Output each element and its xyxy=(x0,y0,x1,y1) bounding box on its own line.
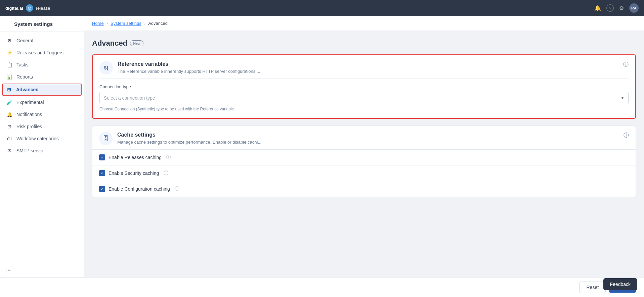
reference-variables-card: ${ Reference variables The Reference var… xyxy=(92,54,636,119)
reference-variables-icon: ${ xyxy=(99,61,113,75)
sidebar-label-advanced: Advanced xyxy=(16,87,39,92)
sidebar-label-workflow: Workflow categories xyxy=(16,136,59,141)
sidebar-header: ← System settings xyxy=(0,16,84,32)
feedback-button[interactable]: Feedback xyxy=(603,278,637,290)
sidebar-item-tasks[interactable]: 📋 Tasks xyxy=(0,59,84,71)
sidebar-label-tasks: Tasks xyxy=(16,62,29,67)
page-content: Advanced New ${ Reference variables The … xyxy=(84,31,644,212)
experimental-icon: 🧪 xyxy=(6,100,12,105)
sidebar-title: System settings xyxy=(14,21,53,27)
gear-icon[interactable]: ⚙ xyxy=(619,5,624,11)
connection-type-select[interactable]: Select a connection type xyxy=(99,92,629,104)
connection-type-hint: Choose Connection (Synthetic) type to be… xyxy=(99,107,629,111)
bell-icon[interactable]: 🔔 xyxy=(594,5,601,11)
configuration-caching-checkbox[interactable]: ✓ xyxy=(99,186,105,192)
sidebar-label-notifications: Notifications xyxy=(16,112,42,117)
advanced-icon: ⊞ xyxy=(6,87,12,92)
sidebar-item-releases-triggers[interactable]: ⚡ Releases and Triggers xyxy=(0,47,84,59)
sidebar: ← System settings ⚙ General ⚡ Releases a… xyxy=(0,16,84,277)
reference-variables-title: Reference variables xyxy=(118,61,618,67)
security-caching-checkbox[interactable]: ✓ xyxy=(99,170,105,176)
logo-release: release xyxy=(36,6,50,11)
releases-caching-checkbox[interactable]: ✓ xyxy=(99,154,105,160)
sidebar-item-smtp[interactable]: ✉ SMTP server xyxy=(0,145,84,157)
page-title-row: Advanced New xyxy=(92,39,636,48)
breadcrumb-home[interactable]: Home xyxy=(92,21,104,26)
reports-icon: 📊 xyxy=(6,74,12,80)
reference-variables-header: ${ Reference variables The Reference var… xyxy=(93,55,635,79)
releases-icon: ⚡ xyxy=(6,50,12,55)
sidebar-label-reports: Reports xyxy=(16,74,33,80)
sidebar-footer: |← xyxy=(0,263,84,277)
main-layout: ← System settings ⚙ General ⚡ Releases a… xyxy=(0,16,644,277)
reference-variables-body: Connection type Select a connection type… xyxy=(93,84,635,118)
reference-variables-subtitle: The Reference variable inherently suppor… xyxy=(118,68,618,75)
configuration-caching-label: Enable Configuration caching xyxy=(109,186,170,192)
breadcrumb-current: Advanced xyxy=(148,21,168,26)
sidebar-item-advanced[interactable]: ⊞ Advanced xyxy=(2,84,82,96)
sidebar-item-workflow-categories[interactable]: ⛙ Workflow categories xyxy=(0,133,84,145)
release-icon: ◎ xyxy=(26,4,33,12)
top-nav-icons: 🔔 ? ⚙ RA xyxy=(594,3,639,13)
security-caching-label: Enable Security caching xyxy=(109,170,159,176)
cache-settings-card: 🗄 Cache settings Manage cache settings t… xyxy=(92,126,636,197)
tasks-icon: 📋 xyxy=(6,62,12,67)
configuration-caching-item: ✓ Enable Configuration caching ⓘ xyxy=(92,181,636,197)
releases-caching-label: Enable Releases caching xyxy=(109,155,162,160)
sidebar-item-experimental[interactable]: 🧪 Experimental xyxy=(0,96,84,108)
sidebar-label-risk: Risk profiles xyxy=(16,124,42,129)
sidebar-nav: ⚙ General ⚡ Releases and Triggers 📋 Task… xyxy=(0,32,84,263)
reset-button[interactable]: Reset xyxy=(579,282,606,293)
breadcrumb-sep-1: › xyxy=(106,21,108,26)
sidebar-label-general: General xyxy=(16,38,33,43)
security-caching-item: ✓ Enable Security caching ⓘ xyxy=(92,165,636,181)
sidebar-collapse-button[interactable]: |← xyxy=(5,267,12,273)
logo-area: digital.ai ◎ release xyxy=(5,4,50,12)
avatar[interactable]: RA xyxy=(629,3,639,13)
sidebar-label-experimental: Experimental xyxy=(16,100,44,105)
breadcrumb-system-settings[interactable]: System settings xyxy=(111,21,141,26)
security-caching-info-icon[interactable]: ⓘ xyxy=(164,170,168,176)
breadcrumb-sep-2: › xyxy=(144,21,145,26)
cache-settings-header: 🗄 Cache settings Manage cache settings t… xyxy=(92,126,636,149)
sidebar-label-smtp: SMTP server xyxy=(16,148,44,153)
releases-caching-info-icon[interactable]: ⓘ xyxy=(166,154,171,160)
cache-settings-subtitle: Manage cache settings to optimize perfor… xyxy=(117,139,619,145)
configuration-caching-info-icon[interactable]: ⓘ xyxy=(175,186,179,192)
top-nav: digital.ai ◎ release 🔔 ? ⚙ RA xyxy=(0,0,644,16)
breadcrumb: Home › System settings › Advanced xyxy=(84,16,644,31)
bottom-bar: Reset Save xyxy=(0,277,644,297)
cache-settings-help-icon[interactable]: ⓘ xyxy=(624,132,629,139)
smtp-icon: ✉ xyxy=(6,148,12,153)
risk-icon: ⊡ xyxy=(6,124,12,129)
cache-settings-title-group: Cache settings Manage cache settings to … xyxy=(117,132,619,145)
card-divider xyxy=(99,79,629,79)
cache-settings-icon: 🗄 xyxy=(99,132,113,145)
sidebar-item-reports[interactable]: 📊 Reports xyxy=(0,71,84,83)
sidebar-item-notifications[interactable]: 🔔 Notifications xyxy=(0,108,84,120)
connection-type-label: Connection type xyxy=(99,84,629,89)
notifications-icon: 🔔 xyxy=(6,112,12,117)
content-area: Home › System settings › Advanced Advanc… xyxy=(84,16,644,277)
connection-type-wrapper: Select a connection type ▼ xyxy=(99,92,629,104)
reference-variables-help-icon[interactable]: ⓘ xyxy=(623,61,629,68)
releases-caching-item: ✓ Enable Releases caching ⓘ xyxy=(92,149,636,165)
help-icon[interactable]: ? xyxy=(606,4,614,12)
reference-variables-title-group: Reference variables The Reference variab… xyxy=(118,61,618,75)
cache-settings-title: Cache settings xyxy=(117,132,619,138)
workflow-icon: ⛙ xyxy=(6,136,12,141)
page-title: Advanced xyxy=(92,39,127,48)
logo-digital: digital.ai xyxy=(5,6,23,11)
new-badge: New xyxy=(130,40,143,46)
general-icon: ⚙ xyxy=(6,38,12,43)
sidebar-label-releases: Releases and Triggers xyxy=(16,50,63,55)
sidebar-item-general[interactable]: ⚙ General xyxy=(0,35,84,47)
sidebar-back-icon[interactable]: ← xyxy=(5,21,11,27)
sidebar-item-risk-profiles[interactable]: ⊡ Risk profiles xyxy=(0,120,84,133)
